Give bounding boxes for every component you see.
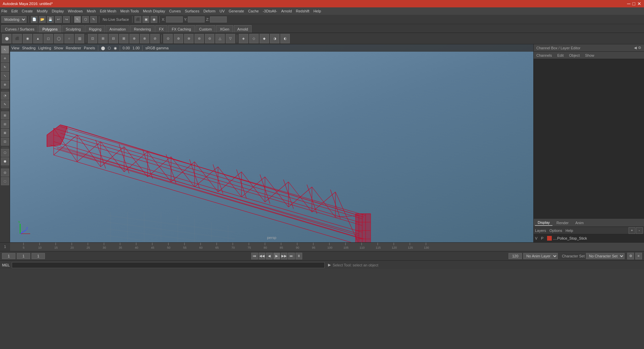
menu-modify[interactable]: Modify <box>37 9 48 13</box>
shelf-separate[interactable]: ⊚ <box>174 34 183 43</box>
snap-surface-btn[interactable]: ⊠ <box>1 129 9 137</box>
layer-color-swatch[interactable] <box>547 236 552 241</box>
undo-btn[interactable]: ↩ <box>55 16 62 23</box>
ch-edit[interactable]: Edit <box>557 53 564 57</box>
options-menu[interactable]: Options <box>549 229 562 233</box>
joints-btn[interactable]: ◌ <box>1 177 9 185</box>
z-input[interactable] <box>210 16 227 22</box>
shelf-extract[interactable]: ⊕ <box>129 34 139 43</box>
layer-tab-render[interactable]: Render <box>554 220 571 226</box>
help-menu[interactable]: Help <box>566 229 573 233</box>
menu-mesh-display[interactable]: Mesh Display <box>143 9 165 13</box>
ch-show[interactable]: Show <box>585 53 594 57</box>
menu-mesh[interactable]: Mesh <box>87 9 96 13</box>
shelf-append[interactable]: ⊠ <box>119 34 128 43</box>
menu-generate[interactable]: Generate <box>229 9 244 13</box>
tab-fx-caching[interactable]: FX Caching <box>168 25 195 33</box>
render2-btn[interactable]: ▣ <box>143 16 149 23</box>
menu-deform[interactable]: Deform <box>203 9 215 13</box>
menu-mesh-tools[interactable]: Mesh Tools <box>120 9 139 13</box>
vt-shading[interactable]: Shading <box>22 46 36 50</box>
shelf-split[interactable]: ⊗ <box>140 34 149 43</box>
menu-create[interactable]: Create <box>22 9 33 13</box>
render3-btn[interactable]: ◉ <box>151 16 157 23</box>
y-input[interactable] <box>188 16 205 22</box>
select-mode-btn[interactable]: ↖ <box>1 46 9 54</box>
stop-btn[interactable]: ⏸ <box>296 253 302 259</box>
shelf-poke[interactable]: ◆ <box>260 34 269 43</box>
gamma-label[interactable]: sRGB gamma <box>145 46 168 50</box>
save-scene-btn[interactable]: 💾 <box>47 16 54 23</box>
close-button[interactable]: ✕ <box>637 1 641 6</box>
play-btn[interactable]: ▶ <box>273 253 280 259</box>
maximize-button[interactable]: □ <box>633 1 635 6</box>
tab-polygons[interactable]: Polygons <box>39 25 61 33</box>
vt-lighting[interactable]: Lighting <box>38 46 51 50</box>
shelf-smooth[interactable]: ⊜ <box>195 34 204 43</box>
vt-show[interactable]: Show <box>54 46 63 50</box>
snap-view-btn[interactable]: ⊡ <box>1 138 9 146</box>
menu-redshift[interactable]: Redshift <box>296 9 309 13</box>
shelf-cone[interactable]: ▲ <box>33 34 43 43</box>
shelf-reduce[interactable]: △ <box>215 34 225 43</box>
soft-select-btn[interactable]: ◔ <box>1 92 9 100</box>
tab-curves-surfaces[interactable]: Curves / Surfaces <box>1 25 38 33</box>
layer-tab-display[interactable]: Display <box>535 220 552 226</box>
shelf-cube[interactable]: ⬛ <box>12 34 22 43</box>
shelf-cleanup[interactable]: ▽ <box>226 34 235 43</box>
shelf-bevel[interactable]: ◈ <box>239 34 248 43</box>
shelf-plane[interactable]: ◻ <box>44 34 53 43</box>
panel-settings-btn[interactable]: ⚙ <box>638 46 641 50</box>
new-scene-btn[interactable]: 📄 <box>31 16 38 23</box>
shelf-combine[interactable]: ⊙ <box>163 34 173 43</box>
menu-3dtoall[interactable]: -3DtoAll- <box>263 9 277 13</box>
viewport[interactable]: View Shading Lighting Show Renderer Pane… <box>10 44 533 242</box>
current-frame[interactable]: 1 <box>17 253 30 259</box>
layer-tab-anim[interactable]: Anim <box>573 220 586 226</box>
layer-playback[interactable]: P <box>541 236 546 240</box>
lasso-tool-btn[interactable]: ⬡ <box>82 16 89 23</box>
extra-btn[interactable]: ≡ <box>635 253 642 259</box>
vt-btn1[interactable]: ⬤ <box>101 46 105 50</box>
ch-channels[interactable]: Channels <box>536 53 552 57</box>
panel-collapse-btn[interactable]: ◀ <box>634 46 637 50</box>
tab-xgen[interactable]: XGen <box>216 25 233 33</box>
menu-curves[interactable]: Curves <box>169 9 181 13</box>
shelf-torus[interactable]: ○ <box>64 34 74 43</box>
play-back-btn[interactable]: ◀ <box>266 253 273 259</box>
xray-btn[interactable]: ◎ <box>1 168 9 177</box>
vt-renderer[interactable]: Renderer <box>66 46 81 50</box>
tab-rendering[interactable]: Rendering <box>130 25 155 33</box>
step-forward-btn[interactable]: ▶▶ <box>281 253 287 259</box>
tab-animation[interactable]: Animation <box>106 25 129 33</box>
mode-select[interactable]: Modeling <box>1 16 26 23</box>
shelf-boolean[interactable]: ⊛ <box>184 34 194 43</box>
menu-display[interactable]: Display <box>52 9 64 13</box>
timeline-ruler[interactable]: 5 10 15 20 25 30 35 40 45 50 5 <box>10 243 644 251</box>
window-controls[interactable]: ─ □ ✕ <box>627 1 641 6</box>
shelf-crease[interactable]: ◇ <box>249 34 259 43</box>
tab-arnold[interactable]: Arnold <box>234 25 252 33</box>
step-back-btn[interactable]: ◀◀ <box>259 253 265 259</box>
jump-end-btn[interactable]: ⏭ <box>288 253 295 259</box>
layer-visibility[interactable]: V <box>535 236 540 240</box>
menu-file[interactable]: File <box>1 9 7 13</box>
shelf-subdiv[interactable]: ⊝ <box>205 34 214 43</box>
snap-grid-btn[interactable]: ⊞ <box>1 111 9 119</box>
vt-btn3[interactable]: ◉ <box>114 46 117 50</box>
rotate-btn[interactable]: ↻ <box>1 63 9 71</box>
shelf-pipe[interactable]: ▥ <box>75 34 84 43</box>
shelf-bridge[interactable]: ⊞ <box>98 34 108 43</box>
menu-edit[interactable]: Edit <box>11 9 18 13</box>
paint-tool-btn[interactable]: ✎ <box>90 16 97 23</box>
menu-cache[interactable]: Cache <box>248 9 259 13</box>
menu-surfaces[interactable]: Surfaces <box>185 9 199 13</box>
shelf-wedge[interactable]: ◑ <box>270 34 279 43</box>
shelf-circularize[interactable]: ◐ <box>280 34 290 43</box>
vt-panels[interactable]: Panels <box>84 46 95 50</box>
open-scene-btn[interactable]: 📂 <box>39 16 46 23</box>
shelf-disc[interactable]: ◯ <box>54 34 63 43</box>
menu-uv[interactable]: UV <box>219 9 224 13</box>
tab-fx[interactable]: FX <box>155 25 167 33</box>
ch-object[interactable]: Object <box>569 53 580 57</box>
